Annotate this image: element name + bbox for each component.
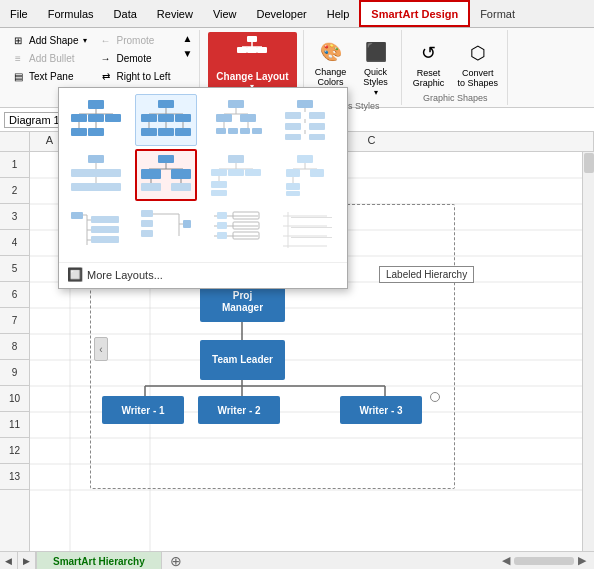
svg-text:—————————: ————————— xyxy=(291,224,332,230)
sa-box-tl[interactable]: Team Leader xyxy=(200,340,285,380)
svg-rect-48 xyxy=(141,128,157,136)
change-colors-icon: 🎨 xyxy=(315,36,347,68)
svg-rect-113 xyxy=(141,220,153,227)
sheet-tab-smartart[interactable]: SmartArt Hierarchy xyxy=(36,551,162,570)
svg-rect-98 xyxy=(286,169,300,177)
svg-rect-111 xyxy=(91,236,119,243)
row-headers: 1 2 3 4 5 6 7 8 9 10 11 12 13 xyxy=(0,152,30,551)
sa-box-w1[interactable]: Writer - 1 xyxy=(102,396,184,424)
small-buttons-left: ⊞ Add Shape ▾ ≡ Add Bullet ▤ Text Pane xyxy=(8,32,90,84)
move-up-button[interactable]: ▲ xyxy=(179,32,195,45)
tab-view[interactable]: View xyxy=(203,0,247,27)
layout-item-4[interactable] xyxy=(274,94,336,146)
svg-rect-93 xyxy=(211,181,227,188)
scroll-right[interactable]: ▶ xyxy=(578,554,586,567)
svg-rect-94 xyxy=(211,190,227,196)
row-1: 1 xyxy=(0,152,29,178)
row-9: 9 xyxy=(0,360,29,386)
row-11: 11 xyxy=(0,412,29,438)
svg-rect-91 xyxy=(245,169,261,176)
layout-item-2[interactable] xyxy=(135,94,197,146)
right-scrollbar[interactable] xyxy=(582,152,594,551)
small-buttons-right: ← Promote → Demote ⇄ Right to Left xyxy=(96,32,174,84)
add-bullet-icon: ≡ xyxy=(11,51,25,65)
reset-graphic-button[interactable]: ↺ ResetGraphic xyxy=(408,33,450,93)
svg-rect-49 xyxy=(158,128,174,136)
tab-formulas[interactable]: Formulas xyxy=(38,0,104,27)
selection-handle[interactable] xyxy=(430,392,440,402)
svg-rect-38 xyxy=(88,128,104,136)
nav-arrow-left[interactable]: ‹ xyxy=(94,337,108,361)
svg-rect-2 xyxy=(257,47,267,53)
svg-rect-89 xyxy=(211,169,227,176)
demote-button[interactable]: → Demote xyxy=(96,50,174,66)
svg-rect-72 xyxy=(88,155,104,163)
demote-icon: → xyxy=(99,51,113,65)
svg-rect-39 xyxy=(158,100,174,108)
svg-rect-74 xyxy=(71,169,121,177)
layout-grid: ————————— ————————— ————————— xyxy=(59,88,347,262)
svg-rect-62 xyxy=(297,100,313,108)
svg-rect-58 xyxy=(216,128,226,134)
hscroll-bar[interactable] xyxy=(514,557,574,565)
scroll-left[interactable]: ◀ xyxy=(502,554,510,567)
layout-item-labeled[interactable] xyxy=(135,149,197,201)
layout-item-8[interactable] xyxy=(274,149,336,201)
layout-item-9[interactable] xyxy=(65,204,127,256)
bottom-bar: ◀ ▶ SmartArt Hierarchy ⊕ ◀ ▶ xyxy=(0,551,594,569)
convert-to-shapes-icon: ⬡ xyxy=(462,37,494,69)
svg-rect-99 xyxy=(310,169,324,177)
scroll-nav-prev[interactable]: ◀ xyxy=(0,552,18,570)
row-3: 3 xyxy=(0,204,29,230)
move-up-icon: ▲ xyxy=(182,33,192,44)
add-bullet-button[interactable]: ≡ Add Bullet xyxy=(8,50,90,66)
tab-data[interactable]: Data xyxy=(104,0,147,27)
row-4: 4 xyxy=(0,230,29,256)
svg-rect-61 xyxy=(252,128,262,134)
convert-to-shapes-button[interactable]: ⬡ Convertto Shapes xyxy=(453,33,504,93)
svg-rect-34 xyxy=(105,114,121,122)
scroll-thumb[interactable] xyxy=(584,153,594,173)
move-down-button[interactable]: ▼ xyxy=(179,47,195,60)
svg-rect-32 xyxy=(71,114,87,122)
tab-file[interactable]: File xyxy=(0,0,38,27)
text-pane-button[interactable]: ▤ Text Pane xyxy=(8,68,90,84)
change-layout-button[interactable]: Change Layout ▾ xyxy=(208,32,296,94)
row-header-spacer xyxy=(0,132,30,151)
add-shape-button[interactable]: ⊞ Add Shape ▾ xyxy=(8,32,90,48)
layout-item-5[interactable] xyxy=(65,149,127,201)
right-to-left-button[interactable]: ⇄ Right to Left xyxy=(96,68,174,84)
svg-text:—————————: ————————— xyxy=(291,234,332,240)
tab-format[interactable]: Format xyxy=(470,0,525,27)
layout-item-3[interactable] xyxy=(205,94,267,146)
layout-item-1[interactable] xyxy=(65,94,127,146)
layout-item-10[interactable] xyxy=(135,204,197,256)
tab-developer[interactable]: Developer xyxy=(247,0,317,27)
graphic-shapes-items: ↺ ResetGraphic ⬡ Convertto Shapes xyxy=(408,32,504,93)
more-layouts-button[interactable]: 🔲 More Layouts... xyxy=(59,262,347,288)
sa-box-w2[interactable]: Writer - 2 xyxy=(198,396,280,424)
svg-rect-66 xyxy=(285,123,301,130)
row-8: 8 xyxy=(0,334,29,360)
svg-rect-114 xyxy=(141,230,153,237)
change-layout-label: Change Layout xyxy=(216,71,288,82)
promote-button[interactable]: ← Promote xyxy=(96,32,174,48)
tab-review[interactable]: Review xyxy=(147,0,203,27)
quick-styles-button[interactable]: ⬛ QuickStyles ▾ xyxy=(355,32,397,101)
layout-item-7[interactable] xyxy=(205,149,267,201)
svg-rect-60 xyxy=(240,128,250,134)
svg-rect-86 xyxy=(228,155,244,163)
svg-rect-3 xyxy=(247,47,257,53)
tab-add-button[interactable]: ⊕ xyxy=(162,551,190,570)
svg-text:—————————: ————————— xyxy=(291,214,332,220)
svg-rect-50 xyxy=(175,128,191,136)
svg-rect-85 xyxy=(171,183,191,191)
svg-rect-51 xyxy=(228,100,244,108)
sa-box-w3[interactable]: Writer - 3 xyxy=(340,396,422,424)
tab-help[interactable]: Help xyxy=(317,0,360,27)
svg-rect-44 xyxy=(158,114,174,122)
layout-item-12[interactable]: ————————— ————————— ————————— xyxy=(274,204,336,256)
tab-smartart-design[interactable]: SmartArt Design xyxy=(359,0,470,27)
layout-item-11[interactable] xyxy=(205,204,267,256)
scroll-nav-next[interactable]: ▶ xyxy=(18,552,36,570)
